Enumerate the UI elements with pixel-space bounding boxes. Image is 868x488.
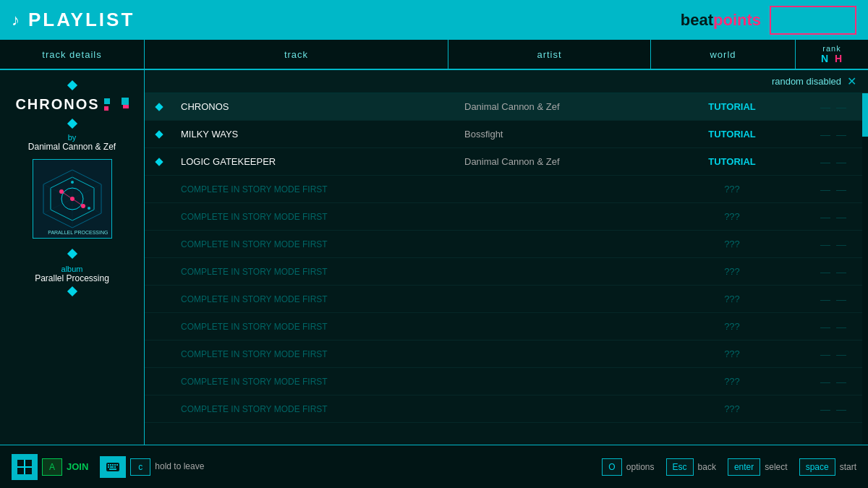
hold-to-leave-label: hold to leave xyxy=(155,461,204,473)
col-header-artist: artist xyxy=(448,40,651,69)
header-right: beatpoints xyxy=(681,6,856,35)
o-key-button[interactable]: O xyxy=(602,458,622,476)
locked-track-cell: COMPLETE IN STORY MODE FIRST xyxy=(174,322,457,332)
table-row: COMPLETE IN STORY MODE FIRST ??? —— xyxy=(145,176,868,203)
footer-player-group: A JOIN xyxy=(12,454,88,480)
col-header-world: world xyxy=(651,40,796,69)
locked-track-cell: COMPLETE IN STORY MODE FIRST xyxy=(174,267,457,277)
locked-track-cell: COMPLETE IN STORY MODE FIRST xyxy=(174,349,457,359)
random-bar: random disabled ✕ xyxy=(145,70,868,93)
locked-track-cell: COMPLETE IN STORY MODE FIRST xyxy=(174,212,457,222)
svg-rect-16 xyxy=(108,464,109,466)
track-rank-cell: —— xyxy=(804,239,862,250)
gamepad-inner xyxy=(17,460,32,474)
points-text: points xyxy=(713,11,761,29)
main-content: CHRONOS by Danimal Cannon & Zef xyxy=(0,70,868,445)
locked-track-cell: COMPLETE IN STORY MODE FIRST xyxy=(174,184,457,194)
track-world-cell: ??? xyxy=(660,211,804,222)
row-diamond-icon xyxy=(155,158,163,166)
track-world-cell: ??? xyxy=(660,348,804,359)
esc-key-button[interactable]: Esc xyxy=(666,458,694,476)
track-world-cell: ??? xyxy=(660,294,804,304)
column-headers: track details track artist world rank N … xyxy=(0,40,868,70)
table-row: COMPLETE IN STORY MODE FIRST ??? —— xyxy=(145,231,868,258)
track-world-cell: TUTORIAL xyxy=(660,129,804,140)
join-label: JOIN xyxy=(67,461,88,472)
row-selector xyxy=(145,104,174,110)
table-row: COMPLETE IN STORY MODE FIRST ??? —— xyxy=(145,313,868,341)
diamond-top xyxy=(67,80,77,90)
svg-rect-17 xyxy=(110,464,111,466)
svg-rect-22 xyxy=(110,466,114,468)
track-world-cell: ??? xyxy=(660,266,804,277)
col-header-rank: rank N H xyxy=(796,40,868,69)
header: ♪ PLAYLIST beatpoints xyxy=(0,0,868,40)
options-label: options xyxy=(626,462,655,472)
scrollbar-thumb[interactable] xyxy=(862,93,868,137)
col-header-track: track xyxy=(145,40,448,69)
track-world-cell: ??? xyxy=(660,321,804,332)
keyboard-svg xyxy=(106,463,119,471)
table-row[interactable]: MILKY WAYS Bossfight TUTORIAL —— xyxy=(145,121,868,148)
row-selector xyxy=(145,159,174,165)
track-rank-cell: —— xyxy=(804,294,862,305)
album-name: Parallel Processing xyxy=(35,273,109,283)
track-arrow-icon xyxy=(114,98,129,112)
random-close-icon[interactable]: ✕ xyxy=(847,74,856,88)
svg-rect-18 xyxy=(112,464,114,466)
locked-track-cell: COMPLETE IN STORY MODE FIRST xyxy=(174,377,457,387)
header-left: ♪ PLAYLIST xyxy=(12,9,135,31)
track-rank-cell: —— xyxy=(804,403,862,415)
a-key-button[interactable]: A xyxy=(42,458,62,476)
svg-rect-24 xyxy=(109,468,116,470)
svg-rect-21 xyxy=(108,466,109,468)
locked-track-cell: COMPLETE IN STORY MODE FIRST xyxy=(174,404,457,414)
track-world-cell: ??? xyxy=(660,239,804,249)
diamond-2 xyxy=(67,119,77,129)
track-world-cell: TUTORIAL xyxy=(660,156,804,167)
svg-rect-20 xyxy=(116,464,118,466)
table-row[interactable]: CHRONOS Danimal Cannon & Zef TUTORIAL —— xyxy=(145,93,868,121)
track-artist-cell: Danimal Cannon & Zef xyxy=(457,101,660,112)
svg-rect-19 xyxy=(114,464,116,466)
back-label: back xyxy=(698,462,716,472)
c-key-button[interactable]: c xyxy=(130,458,150,476)
table-row[interactable]: LOGIC GATEKEEPER Danimal Cannon & Zef TU… xyxy=(145,148,868,176)
track-rank-cell: —— xyxy=(804,156,862,168)
track-rank-cell: —— xyxy=(804,184,862,195)
footer-options-group[interactable]: O options xyxy=(602,458,655,476)
album-art-svg xyxy=(40,166,105,231)
table-row: COMPLETE IN STORY MODE FIRST ??? —— xyxy=(145,203,868,231)
right-content: random disabled ✕ CHRONOS Danimal Cannon… xyxy=(145,70,868,445)
keyboard-icon xyxy=(100,456,126,478)
by-label: by xyxy=(68,133,77,142)
beat-text: beat xyxy=(681,11,713,29)
table-row: COMPLETE IN STORY MODE FIRST ??? —— xyxy=(145,286,868,313)
row-diamond-icon xyxy=(155,103,163,111)
svg-rect-23 xyxy=(114,466,116,468)
track-rank-cell: —— xyxy=(804,348,862,360)
album-art: PARALLEL PROCESSING xyxy=(33,159,112,239)
track-name-cell: CHRONOS xyxy=(174,101,457,112)
footer-back-group[interactable]: Esc back xyxy=(666,458,716,476)
svg-point-14 xyxy=(88,207,90,210)
track-name-cell: MILKY WAYS xyxy=(174,129,457,140)
start-label: start xyxy=(840,462,856,472)
random-disabled-text: random disabled xyxy=(772,76,841,87)
scrollbar[interactable] xyxy=(862,93,868,445)
space-key-button[interactable]: space xyxy=(799,458,835,476)
left-panel: CHRONOS by Danimal Cannon & Zef xyxy=(0,70,145,445)
track-name-cell: LOGIC GATEKEEPER xyxy=(174,156,457,167)
track-world-cell: ??? xyxy=(660,403,804,414)
album-art-label-text: PARALLEL PROCESSING xyxy=(48,230,108,235)
track-rank-cell: —— xyxy=(804,376,862,388)
footer-start-group[interactable]: space start xyxy=(799,458,856,476)
track-artist-cell: Danimal Cannon & Zef xyxy=(457,156,660,167)
track-artist-cell: Bossfight xyxy=(457,129,660,140)
footer-select-group[interactable]: enter select xyxy=(728,458,788,476)
track-list: CHRONOS Danimal Cannon & Zef TUTORIAL ——… xyxy=(145,93,868,445)
enter-key-button[interactable]: enter xyxy=(728,458,760,476)
diamond-4 xyxy=(67,286,77,296)
track-rank-cell: —— xyxy=(804,321,862,333)
track-world-cell: ??? xyxy=(660,376,804,387)
